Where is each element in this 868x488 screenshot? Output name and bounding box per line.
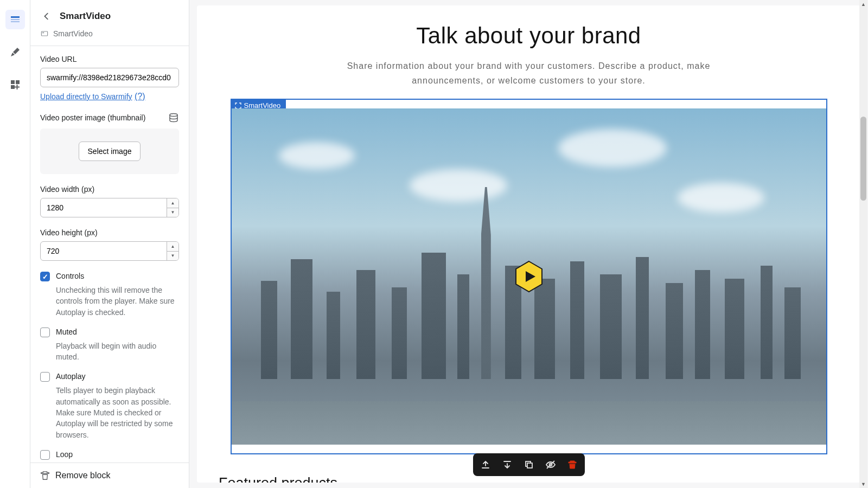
brand-description: Share information about your brand with …	[328, 59, 730, 88]
featured-heading: Featured products	[219, 475, 337, 483]
height-label: Video height (px)	[40, 228, 179, 237]
preview-canvas: Talk about your brand Share information …	[189, 0, 868, 488]
select-image-button[interactable]: Select image	[79, 142, 141, 161]
move-down-icon	[502, 459, 513, 470]
svg-rect-4	[16, 80, 20, 84]
preview-page: Talk about your brand Share information …	[197, 5, 860, 483]
remove-block-button[interactable]: Remove block	[30, 463, 189, 488]
sidebar-subtitle: SmartVideo	[53, 29, 93, 38]
upload-link[interactable]: Upload directly to Swarmify	[40, 92, 132, 101]
thumbnail-label: Video poster image (thumbnail)	[40, 113, 145, 122]
autoplay-help: Tells player to begin playback automatic…	[56, 385, 179, 440]
loop-checkbox[interactable]	[40, 450, 50, 460]
width-step-down[interactable]: ▼	[167, 208, 178, 217]
chevron-left-icon	[42, 11, 52, 21]
svg-point-8	[170, 114, 177, 117]
svg-rect-1	[11, 19, 20, 20]
sections-tool[interactable]	[5, 10, 25, 29]
smartvideo-block[interactable]: SmartVideo	[231, 99, 827, 454]
svg-rect-6	[41, 31, 47, 36]
video-player[interactable]	[232, 108, 826, 445]
delete-button[interactable]	[566, 459, 578, 471]
block-icon	[40, 29, 49, 38]
width-input[interactable]	[40, 198, 179, 217]
video-url-label: Video URL	[40, 55, 179, 63]
muted-checkbox[interactable]	[40, 328, 50, 337]
remove-block-label: Remove block	[55, 471, 110, 480]
controls-help: Unchecking this will remove the controls…	[56, 285, 179, 318]
autoplay-checkbox[interactable]	[40, 372, 50, 382]
eye-off-icon	[545, 459, 556, 470]
settings-sidebar: SmartVideo SmartVideo Video URL Upload d…	[30, 0, 189, 488]
editor-toolbar	[0, 0, 30, 488]
controls-checkbox[interactable]	[40, 272, 50, 281]
video-url-input[interactable]	[40, 68, 179, 87]
brush-icon	[10, 47, 21, 57]
block-action-bar	[473, 453, 585, 476]
width-label: Video width (px)	[40, 185, 179, 194]
apps-tool[interactable]	[5, 75, 25, 94]
duplicate-button[interactable]	[523, 459, 535, 471]
hide-button[interactable]	[545, 459, 557, 471]
svg-rect-2	[11, 21, 20, 22]
sections-icon	[10, 14, 21, 25]
sidebar-title: SmartVideo	[60, 11, 111, 22]
move-up-icon	[480, 459, 491, 470]
expand-icon	[235, 102, 241, 109]
loop-label: Loop	[56, 450, 73, 460]
theme-tool[interactable]	[5, 42, 25, 62]
height-step-down[interactable]: ▼	[167, 252, 178, 261]
duplicate-icon	[524, 459, 534, 470]
canvas-scrollbar[interactable]: ▲ ▼	[859, 0, 867, 488]
trash-icon	[567, 459, 578, 470]
height-input[interactable]	[40, 241, 179, 261]
back-button[interactable]	[40, 10, 53, 23]
scroll-up-button[interactable]: ▲	[859, 0, 867, 8]
svg-rect-3	[11, 80, 15, 84]
canvas-scrollbar-thumb[interactable]	[860, 117, 866, 201]
move-up-button[interactable]	[480, 459, 492, 471]
autoplay-label: Autoplay	[56, 372, 85, 382]
dynamic-source-icon[interactable]	[168, 112, 179, 123]
svg-rect-5	[11, 85, 15, 89]
muted-label: Muted	[56, 328, 77, 337]
svg-rect-7	[42, 33, 44, 34]
controls-label: Controls	[56, 272, 84, 281]
play-icon	[512, 259, 546, 294]
brand-heading: Talk about your brand	[416, 23, 641, 49]
width-step-up[interactable]: ▲	[167, 198, 178, 208]
play-button[interactable]	[512, 259, 546, 294]
svg-rect-12	[527, 463, 532, 468]
svg-rect-0	[11, 16, 20, 18]
scroll-down-button[interactable]: ▼	[859, 480, 867, 488]
height-step-up[interactable]: ▲	[167, 242, 178, 252]
apps-icon	[10, 79, 21, 90]
thumbnail-dropzone[interactable]: Select image	[40, 129, 179, 174]
move-down-button[interactable]	[501, 459, 513, 471]
trash-icon	[40, 471, 50, 480]
upload-help-link[interactable]: (?)	[135, 92, 145, 101]
muted-help: Playback will begin with audio muted.	[56, 341, 179, 363]
